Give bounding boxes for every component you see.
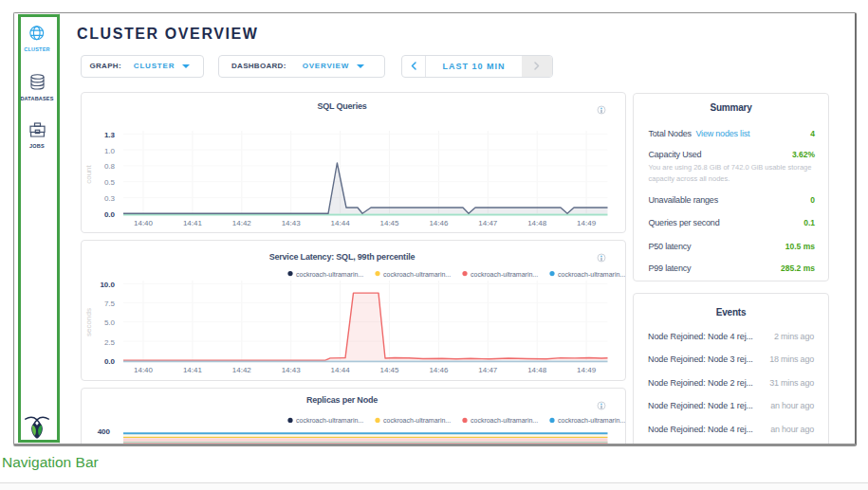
svg-text:0.0: 0.0 bbox=[104, 357, 116, 366]
svg-text:14:48: 14:48 bbox=[527, 219, 547, 227]
svg-text:seconds: seconds bbox=[84, 308, 93, 336]
svg-text:cockroach-ultramarin...: cockroach-ultramarin... bbox=[296, 417, 363, 424]
svg-text:7.5: 7.5 bbox=[104, 299, 116, 308]
svg-text:count: count bbox=[84, 164, 93, 183]
svg-text:cockroach-ultramarin...: cockroach-ultramarin... bbox=[383, 271, 451, 278]
svg-text:0.8: 0.8 bbox=[104, 162, 116, 171]
svg-text:cockroach-ultramarin...: cockroach-ultramarin... bbox=[383, 417, 451, 424]
svg-text:14:47: 14:47 bbox=[478, 366, 498, 374]
svg-text:400: 400 bbox=[98, 427, 111, 436]
svg-text:14:42: 14:42 bbox=[232, 219, 252, 227]
svg-text:0.0: 0.0 bbox=[104, 210, 116, 219]
svg-text:14:49: 14:49 bbox=[577, 366, 597, 374]
svg-text:0.5: 0.5 bbox=[104, 178, 116, 187]
svg-text:2.5: 2.5 bbox=[104, 338, 116, 347]
svg-text:cockroach-ultramarin...: cockroach-ultramarin... bbox=[558, 271, 625, 278]
svg-text:14:44: 14:44 bbox=[331, 219, 351, 227]
svg-text:14:41: 14:41 bbox=[183, 219, 203, 227]
svg-text:14:43: 14:43 bbox=[282, 366, 302, 374]
svg-text:14:45: 14:45 bbox=[379, 366, 399, 374]
svg-text:cockroach-ultramarin...: cockroach-ultramarin... bbox=[296, 271, 363, 278]
svg-text:14:47: 14:47 bbox=[478, 219, 498, 227]
svg-text:14:42: 14:42 bbox=[232, 366, 252, 374]
svg-text:14:48: 14:48 bbox=[527, 366, 547, 374]
svg-text:0.3: 0.3 bbox=[104, 194, 116, 203]
svg-text:1.0: 1.0 bbox=[104, 147, 116, 155]
svg-text:14:46: 14:46 bbox=[429, 219, 449, 227]
svg-text:14:40: 14:40 bbox=[134, 366, 154, 374]
svg-text:cockroach-ultramarin...: cockroach-ultramarin... bbox=[471, 271, 538, 278]
svg-text:1.3: 1.3 bbox=[104, 131, 116, 139]
svg-text:10.0: 10.0 bbox=[100, 281, 115, 289]
svg-text:14:41: 14:41 bbox=[183, 366, 203, 374]
svg-text:cockroach-ultramarin...: cockroach-ultramarin... bbox=[471, 417, 538, 424]
svg-text:14:49: 14:49 bbox=[577, 219, 597, 227]
svg-text:14:45: 14:45 bbox=[379, 219, 399, 227]
svg-text:14:40: 14:40 bbox=[134, 219, 154, 227]
svg-text:cockroach-ultramarin...: cockroach-ultramarin... bbox=[558, 417, 625, 424]
svg-text:14:43: 14:43 bbox=[282, 219, 302, 227]
svg-text:14:46: 14:46 bbox=[429, 366, 449, 374]
svg-text:14:44: 14:44 bbox=[331, 366, 351, 374]
svg-text:5.0: 5.0 bbox=[104, 318, 116, 327]
